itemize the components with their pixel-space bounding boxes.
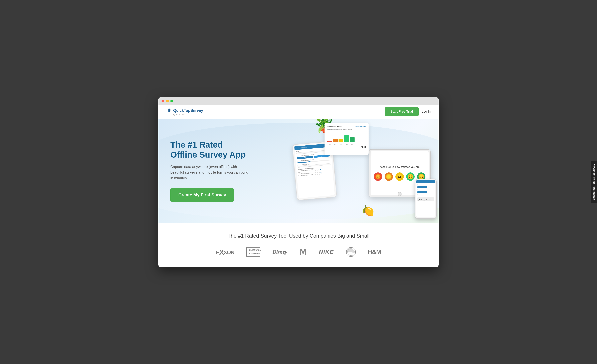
- phone-field-2: [417, 189, 434, 190]
- phone-btn-1: [417, 186, 427, 188]
- logo-name: QuickTapSurvey: [173, 108, 203, 113]
- exxon-logo: EXXON: [216, 248, 234, 256]
- header: QuickTapSurvey by formstack Start Free T…: [158, 105, 439, 119]
- bmw-svg: BMW: [346, 247, 356, 257]
- dot: [320, 169, 321, 170]
- hero-section: The #1 Rated Offline Survey App Capture …: [158, 119, 439, 223]
- nike-text: NIKE: [319, 249, 334, 255]
- hero-subtitle: Capture data anywhere (even offline) wit…: [170, 164, 251, 181]
- mcdonalds-text: 𝗠: [299, 247, 307, 257]
- lemon-decoration: 🍋: [361, 204, 376, 218]
- hero-title: The #1 Rated Offline Survey App: [170, 140, 251, 160]
- login-button[interactable]: Log In: [422, 110, 431, 114]
- report-label-1: 0%: [327, 144, 332, 145]
- dot: [315, 174, 316, 174]
- report-score: 71.43: [327, 146, 366, 148]
- phone-field-1: [417, 184, 434, 185]
- svg-text:BMW: BMW: [349, 255, 353, 256]
- close-button[interactable]: [162, 100, 164, 102]
- browser-window: QuickTapSurvey by formstack Start Free T…: [158, 97, 439, 267]
- disney-text: Disney: [272, 249, 287, 255]
- companies-section: The #1 Rated Survey Tool Used by Compani…: [158, 223, 439, 267]
- emoji-happy: 🙂: [406, 172, 415, 181]
- emoji-unhappy: 😞: [385, 172, 393, 181]
- logo-brand: QuickTapSurvey: [166, 108, 203, 113]
- phone-header-bar: [416, 180, 435, 183]
- form-statements-field: Please evaluate the following statements…: [298, 166, 331, 176]
- bmw-logo: BMW: [346, 247, 356, 257]
- side-contact-tab[interactable]: Contact Us - QuickTapSurvey: [591, 161, 597, 203]
- hero-content: The #1 Rated Offline Survey App Capture …: [158, 128, 262, 214]
- browser-chrome: [158, 97, 439, 105]
- report-bars: [327, 132, 366, 142]
- report-bar-1: [327, 141, 332, 142]
- phone-field-3: [417, 194, 434, 195]
- report-label-4: 43%: [344, 144, 349, 145]
- phone-screen: [416, 180, 435, 217]
- disney-logo: Disney: [272, 249, 287, 255]
- amex-logo: AMERICANEXPRESS: [246, 247, 260, 257]
- emoji-very-unhappy: 😡: [374, 172, 382, 181]
- emoji-neutral: 😐: [395, 172, 404, 181]
- dot: [318, 169, 319, 170]
- companies-title: The #1 Rated Survey Tool Used by Compani…: [170, 233, 427, 239]
- report-question: How was your overall visit to ABC Dental…: [327, 129, 366, 130]
- dot: [319, 172, 320, 173]
- dot: [317, 174, 318, 174]
- dot: [321, 173, 322, 174]
- report-label-2: 14%: [333, 144, 338, 145]
- report-labels: 0% 14% 14% 43% 29%: [327, 144, 366, 145]
- phone-signature-area: [417, 197, 434, 201]
- amex-text: AMERICANEXPRESS: [246, 247, 260, 257]
- exxon-text: EXXON: [216, 248, 234, 256]
- hero-visuals: 🪴 Healthcare Intake Form Save Name:: [283, 119, 439, 223]
- report-bar-5: [350, 137, 354, 142]
- minimize-button[interactable]: [166, 100, 169, 102]
- dot: [315, 169, 316, 170]
- companies-logos: EXXON AMERICANEXPRESS Disney 𝗠 NIKE: [170, 247, 427, 257]
- logo-icon: [166, 108, 172, 113]
- create-survey-button[interactable]: Create My First Survey: [170, 188, 234, 202]
- form-title: Healthcare Intake Form: [296, 147, 307, 149]
- logo-sub: by formstack: [173, 113, 186, 116]
- page-content: QuickTapSurvey by formstack Start Free T…: [158, 105, 439, 267]
- mcdonalds-logo: 𝗠: [299, 247, 307, 257]
- report-bar-4: [344, 135, 349, 142]
- hm-logo: H&M: [368, 249, 381, 255]
- start-trial-button[interactable]: Start Free Trial: [385, 107, 418, 116]
- phone-signature-svg: [417, 197, 434, 201]
- logo-area: QuickTapSurvey by formstack: [166, 108, 203, 116]
- report-title-text: Satisfaction Report: [327, 126, 342, 127]
- form-pain-fill: [297, 161, 311, 163]
- phone-device: [415, 179, 437, 219]
- ipad-home-button: [398, 192, 402, 196]
- dot: [315, 172, 316, 173]
- report-label-5: 29%: [350, 144, 354, 145]
- report-bar-2: [333, 139, 338, 142]
- report-card: Satisfaction Report QuickTapSurvey How w…: [324, 123, 369, 155]
- report-title-row: Satisfaction Report QuickTapSurvey: [327, 126, 366, 127]
- report-label-3: 14%: [338, 144, 343, 145]
- dot: [319, 173, 320, 174]
- dot: [317, 172, 318, 173]
- dot: [320, 171, 321, 172]
- nike-logo: NIKE: [319, 249, 334, 255]
- maximize-button[interactable]: [170, 100, 173, 102]
- report-brand: QuickTapSurvey: [355, 126, 366, 127]
- satisfaction-text: Please tell us how satisfied you are.: [379, 165, 420, 168]
- report-bar-3: [338, 139, 343, 142]
- dot: [316, 169, 317, 170]
- phone-btn-2: [417, 191, 427, 193]
- hm-text: H&M: [368, 249, 381, 255]
- header-nav: Start Free Trial Log In: [385, 107, 431, 116]
